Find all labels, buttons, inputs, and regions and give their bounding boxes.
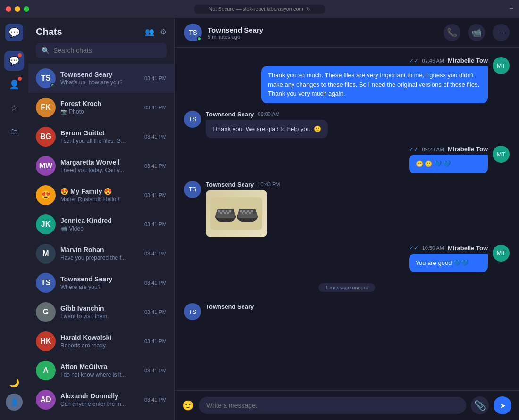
chat-item[interactable]: TS Townsend Seary What's up, how are you… bbox=[28, 64, 174, 93]
voice-call-button[interactable]: 📞 bbox=[444, 24, 460, 41]
chats-title: Chats bbox=[36, 26, 62, 37]
chat-item[interactable]: FK Forest Kroch 📷 Photo 03:41 PM bbox=[28, 93, 174, 122]
message-row: MT Mirabelle Tow 09:23 AM ✓✓ 😁 🙂 💙 💙 bbox=[184, 146, 510, 173]
chat-item[interactable]: TS Townsend Seary Where are you? 03:41 P… bbox=[28, 268, 174, 297]
chats-badge bbox=[18, 53, 22, 57]
chat-preview: Where are you? bbox=[60, 284, 140, 290]
chat-item[interactable]: JK Jennica Kindred 📹 Video 03:41 PM bbox=[28, 210, 174, 239]
message-image bbox=[206, 190, 267, 237]
message-row: TS Townsend Seary 08:00 AM I thank you. … bbox=[184, 111, 510, 139]
svg-rect-31 bbox=[245, 212, 247, 214]
sidebar-item-contacts[interactable]: 👤 bbox=[4, 74, 24, 94]
chat-preview: Reports are ready. bbox=[60, 342, 140, 349]
new-tab-button[interactable]: + bbox=[509, 5, 513, 13]
chat-item[interactable]: 😍 😍 My Family 😍 Maher Ruslandi: Hello!!!… bbox=[28, 181, 174, 210]
svg-rect-12 bbox=[220, 212, 222, 214]
message-content: Mirabelle Tow 09:23 AM ✓✓ 😁 🙂 💙 💙 bbox=[409, 146, 488, 173]
app-logo: 💬 bbox=[5, 24, 23, 41]
message-row: TS Townsend Seary 10:43 PM bbox=[184, 181, 510, 237]
chat-item[interactable]: G Gibb Ivanchin I want to visit them. 03… bbox=[28, 297, 174, 327]
message-meta: Townsend Seary bbox=[206, 303, 254, 310]
message-sender: Townsend Seary bbox=[206, 303, 254, 310]
chat-item[interactable]: A Afton McGilvra I do not know where is … bbox=[28, 356, 174, 385]
chat-header-actions: 📞 📹 ··· bbox=[444, 24, 510, 41]
chat-name: Gibb Ivanchin bbox=[60, 305, 140, 312]
sidebar-item-starred[interactable]: ☆ bbox=[4, 98, 24, 118]
more-options-button[interactable]: ··· bbox=[493, 24, 510, 41]
chat-avatar: G bbox=[36, 302, 56, 322]
chat-avatar: 😍 bbox=[36, 185, 56, 205]
video-call-button[interactable]: 📹 bbox=[468, 24, 485, 41]
user-avatar[interactable]: 👤 bbox=[6, 394, 23, 411]
attach-button[interactable]: 📎 bbox=[471, 396, 489, 414]
message-content: Townsend Seary 10:43 PM bbox=[206, 181, 280, 237]
close-button[interactable] bbox=[6, 6, 11, 12]
chat-avatar: HK bbox=[36, 331, 56, 351]
chat-time: 03:41 PM bbox=[144, 368, 167, 373]
svg-rect-34 bbox=[251, 212, 253, 214]
message-time: 10:43 PM bbox=[258, 181, 280, 187]
svg-rect-17 bbox=[229, 212, 231, 214]
svg-rect-21 bbox=[240, 210, 242, 212]
message-content: Townsend Seary bbox=[206, 303, 254, 312]
url-bar[interactable]: Not Secure — slek-react.laborasyon.com ↻ bbox=[194, 5, 325, 14]
header-avatar-initials: TS bbox=[189, 29, 197, 36]
message-time: 10:50 AM bbox=[422, 245, 444, 251]
chat-item[interactable]: AD Alexandr Donnelly Can anyone enter th… bbox=[28, 385, 174, 414]
logo-icon: 💬 bbox=[8, 27, 20, 38]
chat-name: Townsend Seary bbox=[60, 71, 140, 78]
chat-info: Jennica Kindred 📹 Video bbox=[60, 217, 140, 232]
chat-time: 03:41 PM bbox=[144, 105, 167, 110]
send-button[interactable]: ➤ bbox=[494, 396, 511, 414]
search-input[interactable] bbox=[53, 47, 161, 54]
svg-rect-8 bbox=[226, 210, 227, 212]
starred-icon: ☆ bbox=[10, 103, 18, 113]
message-meta: Mirabelle Tow 10:50 AM ✓✓ bbox=[409, 245, 488, 252]
message-sender: Townsend Seary bbox=[206, 181, 254, 188]
chat-preview: What's up, how are you? bbox=[60, 79, 140, 86]
message-bubble: I thank you. We are glad to help you. 🙂 bbox=[206, 120, 328, 139]
chat-info: Alexandr Donnelly Can anyone enter the m… bbox=[60, 392, 140, 407]
chat-item[interactable]: M Marvin Rohan Have you prepared the f..… bbox=[28, 239, 174, 268]
chat-item[interactable]: BG Byrom Guittet I sent you all the file… bbox=[28, 122, 174, 151]
svg-rect-5 bbox=[220, 210, 222, 212]
chat-info: Afton McGilvra I do not know where is it… bbox=[60, 363, 140, 378]
add-group-icon[interactable]: 👥 bbox=[145, 27, 154, 36]
chat-time: 03:41 PM bbox=[144, 397, 167, 403]
chat-avatar: MW bbox=[36, 156, 56, 176]
header-actions: 👥 ⚙ bbox=[145, 27, 167, 36]
svg-rect-11 bbox=[218, 212, 220, 214]
phone-icon: 📞 bbox=[447, 27, 457, 38]
contacts-badge bbox=[18, 77, 22, 81]
paperclip-icon: 📎 bbox=[474, 400, 486, 411]
svg-rect-24 bbox=[245, 210, 247, 212]
chat-avatar: M bbox=[36, 244, 56, 264]
reload-icon[interactable]: ↻ bbox=[306, 6, 310, 12]
sidebar-item-archived[interactable]: 🗂 bbox=[4, 122, 24, 141]
message-input[interactable] bbox=[199, 397, 466, 414]
settings-icon[interactable]: ⚙ bbox=[160, 27, 167, 36]
fullscreen-button[interactable] bbox=[24, 6, 29, 12]
unread-badge: 1 message unread bbox=[318, 283, 375, 292]
minimize-button[interactable] bbox=[15, 6, 20, 12]
chat-time: 03:41 PM bbox=[144, 75, 167, 81]
message-sender: Mirabelle Tow bbox=[448, 146, 488, 153]
send-icon: ➤ bbox=[500, 401, 506, 410]
message-meta: Townsend Seary 10:43 PM bbox=[206, 181, 280, 188]
message-row: MT Mirabelle Tow 07:45 AM ✓✓ Thank you s… bbox=[184, 57, 510, 103]
chat-main: TS Townsend Seary 5 minutes ago 📞 📹 ··· bbox=[175, 18, 519, 420]
chat-preview: I need you today. Can y... bbox=[60, 167, 140, 173]
message-sender: Mirabelle Tow bbox=[448, 245, 488, 252]
emoji-button[interactable]: 🙂 bbox=[182, 400, 194, 411]
search-box[interactable]: 🔍 bbox=[36, 43, 167, 58]
chat-avatar: A bbox=[36, 361, 56, 380]
sidebar-item-chats[interactable]: 💬 bbox=[4, 51, 24, 71]
chat-time: 03:41 PM bbox=[144, 338, 167, 344]
chat-item[interactable]: HK Harald Kowalski Reports are ready. 03… bbox=[28, 327, 174, 356]
message-content: Mirabelle Tow 10:50 AM ✓✓ You are good 💙… bbox=[409, 245, 488, 272]
chat-info: Townsend Seary Where are you? bbox=[60, 275, 140, 290]
theme-toggle[interactable]: 🌙 bbox=[9, 378, 19, 388]
chat-item[interactable]: MW Margaretta Worvell I need you today. … bbox=[28, 151, 174, 181]
chat-name: Harald Kowalski bbox=[60, 334, 140, 341]
sidebar-nav: 💬 👤 ☆ 🗂 bbox=[4, 51, 24, 378]
